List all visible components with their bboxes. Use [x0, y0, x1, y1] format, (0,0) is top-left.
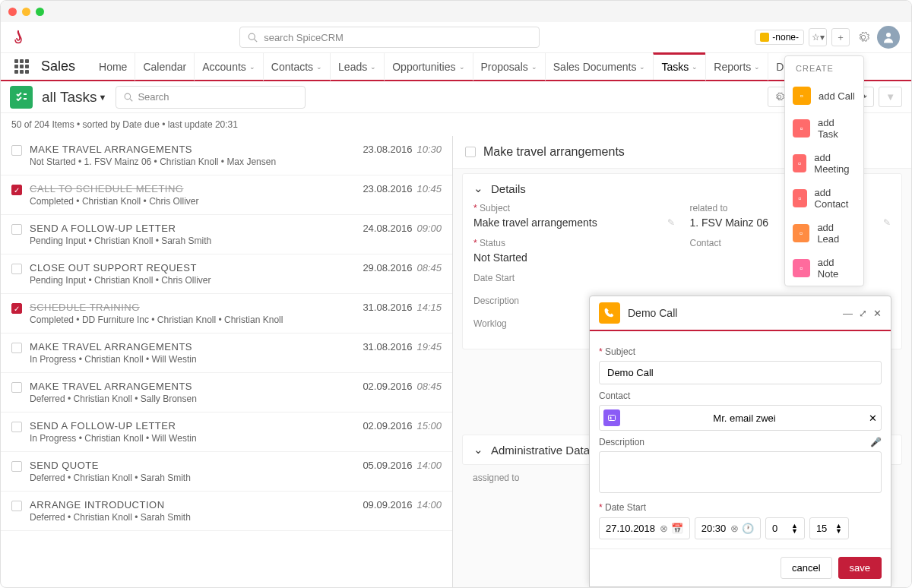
task-checkbox[interactable]: [11, 422, 22, 432]
list-title[interactable]: all Tasks▼: [42, 89, 106, 106]
create-add-meeting[interactable]: ▫add Meeting: [785, 146, 863, 181]
subject-field[interactable]: Make travel arrangements✎: [473, 217, 675, 229]
close-dot[interactable]: [8, 8, 17, 16]
task-date: 02.09.201608:45: [363, 381, 442, 392]
task-subtitle: Deferred • Christian Knoll • Sarah Smith: [30, 473, 355, 483]
task-checkbox[interactable]: [11, 145, 22, 156]
global-search[interactable]: search SpiceCRM: [239, 27, 540, 48]
nav-reports[interactable]: Reports⌄: [705, 53, 768, 81]
svg-point-6: [610, 417, 612, 419]
search-icon: [124, 93, 133, 102]
svg-line-1: [255, 39, 258, 42]
gear-icon[interactable]: [854, 28, 872, 46]
task-checkbox[interactable]: [11, 382, 22, 393]
task-row[interactable]: SEND A FOLLOW-UP LETTERPending Input • C…: [1, 215, 452, 254]
task-title: MAKE TRAVEL ARRANGEMENTS: [30, 144, 355, 155]
modal-title: Demo Call: [628, 307, 835, 319]
task-title: SEND A FOLLOW-UP LETTER: [30, 420, 355, 432]
task-checkbox[interactable]: [11, 501, 22, 511]
nav-leads[interactable]: Leads⌄: [330, 53, 384, 81]
task-row[interactable]: MAKE TRAVEL ARRANGEMENTSIn Progress • Ch…: [1, 334, 452, 373]
svg-point-3: [125, 93, 131, 100]
remove-icon[interactable]: ✕: [869, 413, 877, 424]
nav-accounts[interactable]: Accounts⌄: [194, 53, 263, 81]
nav-proposals[interactable]: Proposals⌄: [473, 53, 545, 81]
svg-rect-5: [609, 416, 616, 421]
task-checkbox[interactable]: [11, 264, 22, 274]
contact-icon: [603, 409, 620, 426]
nav-calendar[interactable]: Calendar: [135, 53, 194, 81]
task-row[interactable]: SEND QUOTEDeferred • Christian Knoll • S…: [1, 452, 452, 492]
detail-title: Make travel arrangements: [483, 145, 625, 159]
task-checkbox[interactable]: ✓: [11, 185, 22, 195]
create-item-icon: ▫: [793, 119, 810, 138]
task-row[interactable]: ✓CALL TO SCHEDULE MEETINGCompleted • Chr…: [1, 175, 452, 215]
nav-sales-documents[interactable]: Sales Documents⌄: [545, 53, 654, 81]
nav-tasks[interactable]: Tasks⌄: [653, 52, 705, 80]
date-input[interactable]: 27.10.2018⊗ 📅: [599, 517, 690, 539]
status-field[interactable]: Not Started: [473, 251, 675, 264]
task-title: SCHEDULE TRAINING: [30, 302, 355, 313]
svg-line-4: [130, 98, 132, 100]
task-checkbox[interactable]: [11, 343, 22, 353]
task-row[interactable]: CLOSE OUT SUPPORT REQUESTPending Input •…: [1, 254, 452, 294]
task-checkbox[interactable]: ✓: [11, 303, 22, 314]
task-checkbox[interactable]: [11, 224, 22, 235]
create-add-note[interactable]: ▫add Note: [785, 251, 863, 286]
max-dot[interactable]: [36, 8, 44, 16]
task-date: 23.08.201610:45: [363, 183, 442, 194]
create-header: CREATE: [785, 56, 863, 81]
minutes-input[interactable]: 15▲▼: [809, 517, 849, 539]
task-date: 31.08.201619:45: [363, 341, 442, 352]
time-input[interactable]: 20:30⊗ 🕐: [695, 517, 761, 539]
nav-home[interactable]: Home: [91, 53, 135, 81]
task-row[interactable]: MAKE TRAVEL ARRANGEMENTSDeferred • Chris…: [1, 373, 452, 413]
task-checkbox[interactable]: [11, 461, 22, 472]
task-row[interactable]: MAKE TRAVEL ARRANGEMENTSNot Started • 1.…: [1, 136, 452, 175]
task-row[interactable]: ✓SCHEDULE TRAININGCompleted • DD Furnitu…: [1, 294, 452, 334]
favorite-dropdown[interactable]: ☆▾: [809, 28, 827, 46]
minimize-icon[interactable]: —: [843, 308, 853, 319]
min-dot[interactable]: [22, 8, 30, 16]
task-subtitle: Pending Input • Christian Knoll • Sarah …: [30, 236, 355, 246]
cancel-button[interactable]: cancel: [781, 557, 832, 579]
pencil-icon: ✎: [883, 217, 891, 228]
chevron-down-icon: ⌄: [473, 182, 483, 195]
task-row[interactable]: ARRANGE INTRODUCTIONDeferred • Christian…: [1, 492, 452, 531]
expand-icon[interactable]: ⤢: [859, 308, 867, 319]
avatar[interactable]: [877, 26, 900, 49]
task-date: 23.08.201610:30: [363, 144, 442, 155]
svg-point-2: [886, 33, 891, 37]
subject-input[interactable]: [599, 361, 882, 384]
list-search[interactable]: Search: [116, 86, 306, 109]
task-title: ARRANGE INTRODUCTION: [30, 499, 355, 511]
hours-input[interactable]: 0▲▼: [765, 517, 805, 539]
create-add-task[interactable]: ▫add Task: [785, 111, 863, 146]
detail-checkbox[interactable]: [465, 147, 476, 157]
apps-icon[interactable]: [14, 59, 29, 74]
create-add-lead[interactable]: ▫add Lead: [785, 216, 863, 251]
task-date: 02.09.201615:00: [363, 420, 442, 432]
description-input[interactable]: [599, 451, 882, 493]
topbar: search SpiceCRM -none- ☆▾ ＋: [1, 22, 911, 52]
task-subtitle: In Progress • Christian Knoll • Will Wes…: [30, 354, 355, 365]
create-add-contact[interactable]: ▫add Contact: [785, 181, 863, 216]
task-subtitle: In Progress • Christian Knoll • Will Wes…: [30, 433, 355, 444]
task-subtitle: Not Started • 1. FSV Mainz 06 • Christia…: [30, 156, 355, 167]
task-date: 31.08.201614:15: [363, 302, 442, 313]
filter-button[interactable]: ▼: [879, 87, 902, 107]
add-button[interactable]: ＋: [831, 28, 850, 46]
subheader: all Tasks▼ Search ▼ Import ⟳ ▼: [1, 81, 911, 113]
navbar: Sales HomeCalendarAccounts⌄Contacts⌄Lead…: [1, 52, 911, 81]
contact-chip[interactable]: Mr. email zwei ✕: [599, 405, 882, 431]
scope-tag[interactable]: -none-: [755, 30, 804, 45]
logo-icon: [12, 29, 24, 46]
nav-opportunities[interactable]: Opportunities⌄: [384, 53, 472, 81]
svg-point-0: [249, 33, 255, 40]
create-add-call[interactable]: ▫add Call: [785, 81, 863, 111]
save-button[interactable]: save: [838, 557, 882, 579]
close-icon[interactable]: ✕: [873, 308, 882, 319]
nav-contacts[interactable]: Contacts⌄: [263, 53, 330, 81]
task-row[interactable]: SEND A FOLLOW-UP LETTERIn Progress • Chr…: [1, 413, 452, 452]
mic-icon[interactable]: 🎤: [870, 437, 882, 447]
